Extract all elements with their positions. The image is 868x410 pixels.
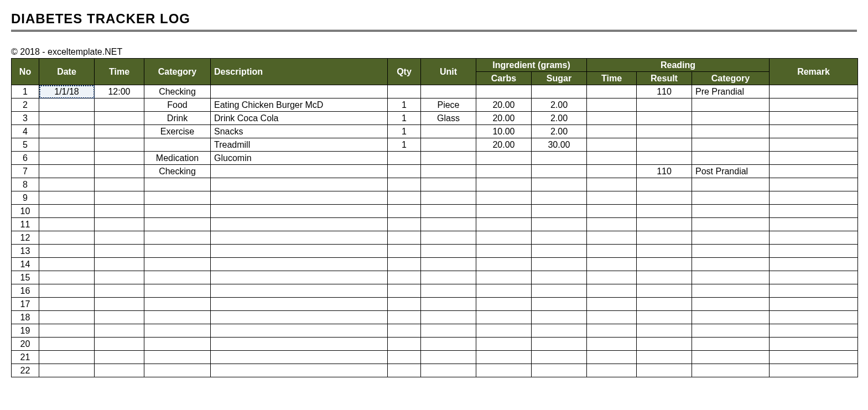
cell-sugar[interactable] — [532, 351, 587, 364]
cell-time[interactable] — [95, 284, 144, 298]
cell-remark[interactable] — [770, 364, 858, 377]
cell-qty[interactable] — [388, 191, 421, 205]
cell-remark[interactable] — [770, 125, 858, 138]
cell-remark[interactable] — [770, 165, 858, 178]
cell-remark[interactable] — [770, 85, 858, 98]
cell-remark[interactable] — [770, 324, 858, 338]
cell-remark[interactable] — [770, 152, 858, 165]
cell-no[interactable]: 5 — [12, 138, 39, 152]
cell-unit[interactable] — [421, 258, 476, 271]
cell-description[interactable] — [211, 258, 388, 271]
cell-sugar[interactable] — [532, 85, 587, 98]
cell-qty[interactable] — [388, 311, 421, 324]
cell-result[interactable] — [637, 298, 692, 311]
cell-rcategory[interactable]: Pre Prandial — [692, 85, 770, 98]
cell-rtime[interactable] — [587, 125, 637, 138]
cell-rtime[interactable] — [587, 245, 637, 258]
cell-carbs[interactable] — [476, 338, 532, 351]
cell-rcategory[interactable] — [692, 351, 770, 364]
cell-time[interactable] — [95, 351, 144, 364]
cell-result[interactable] — [637, 338, 692, 351]
cell-rcategory[interactable] — [692, 191, 770, 205]
cell-rcategory[interactable] — [692, 271, 770, 284]
cell-carbs[interactable] — [476, 245, 532, 258]
cell-qty[interactable] — [388, 298, 421, 311]
cell-date[interactable] — [39, 218, 95, 231]
cell-qty[interactable] — [388, 364, 421, 377]
cell-category[interactable] — [144, 324, 211, 338]
cell-result[interactable] — [637, 245, 692, 258]
cell-rtime[interactable] — [587, 338, 637, 351]
cell-rtime[interactable] — [587, 271, 637, 284]
cell-result[interactable] — [637, 98, 692, 112]
cell-time[interactable] — [95, 324, 144, 338]
cell-description[interactable] — [211, 218, 388, 231]
cell-result[interactable] — [637, 271, 692, 284]
cell-unit[interactable] — [421, 298, 476, 311]
cell-result[interactable]: 110 — [637, 85, 692, 98]
cell-category[interactable] — [144, 298, 211, 311]
cell-no[interactable]: 3 — [12, 112, 39, 125]
cell-no[interactable]: 11 — [12, 218, 39, 231]
cell-time[interactable] — [95, 205, 144, 218]
cell-remark[interactable] — [770, 178, 858, 191]
cell-category[interactable]: Checking — [144, 165, 211, 178]
cell-qty[interactable]: 1 — [388, 112, 421, 125]
cell-category[interactable]: Drink — [144, 112, 211, 125]
cell-rcategory[interactable] — [692, 205, 770, 218]
cell-description[interactable] — [211, 205, 388, 218]
cell-sugar[interactable] — [532, 364, 587, 377]
cell-unit[interactable] — [421, 364, 476, 377]
cell-description[interactable] — [211, 324, 388, 338]
cell-description[interactable]: Glucomin — [211, 152, 388, 165]
cell-unit[interactable] — [421, 231, 476, 245]
cell-rtime[interactable] — [587, 364, 637, 377]
cell-qty[interactable] — [388, 271, 421, 284]
cell-unit[interactable] — [421, 191, 476, 205]
cell-sugar[interactable] — [532, 298, 587, 311]
cell-category[interactable] — [144, 284, 211, 298]
cell-time[interactable] — [95, 138, 144, 152]
cell-no[interactable]: 16 — [12, 284, 39, 298]
cell-rtime[interactable] — [587, 98, 637, 112]
cell-date[interactable] — [39, 178, 95, 191]
cell-result[interactable] — [637, 364, 692, 377]
cell-date[interactable] — [39, 165, 95, 178]
cell-remark[interactable] — [770, 284, 858, 298]
cell-date[interactable]: 1/1/18 — [39, 85, 95, 98]
cell-result[interactable] — [637, 284, 692, 298]
cell-rtime[interactable] — [587, 311, 637, 324]
cell-category[interactable] — [144, 205, 211, 218]
cell-sugar[interactable]: 2.00 — [532, 112, 587, 125]
cell-no[interactable]: 20 — [12, 338, 39, 351]
cell-category[interactable] — [144, 271, 211, 284]
cell-time[interactable] — [95, 311, 144, 324]
cell-rtime[interactable] — [587, 178, 637, 191]
cell-sugar[interactable] — [532, 271, 587, 284]
cell-carbs[interactable] — [476, 284, 532, 298]
cell-carbs[interactable] — [476, 85, 532, 98]
cell-qty[interactable] — [388, 218, 421, 231]
cell-date[interactable] — [39, 338, 95, 351]
cell-qty[interactable] — [388, 258, 421, 271]
cell-rcategory[interactable] — [692, 311, 770, 324]
cell-time[interactable] — [95, 231, 144, 245]
cell-rtime[interactable] — [587, 85, 637, 98]
cell-rtime[interactable] — [587, 218, 637, 231]
cell-carbs[interactable]: 20.00 — [476, 98, 532, 112]
cell-unit[interactable] — [421, 205, 476, 218]
cell-time[interactable] — [95, 271, 144, 284]
cell-sugar[interactable] — [532, 178, 587, 191]
cell-rcategory[interactable] — [692, 231, 770, 245]
cell-sugar[interactable] — [532, 231, 587, 245]
cell-rcategory[interactable] — [692, 138, 770, 152]
cell-rcategory[interactable] — [692, 178, 770, 191]
cell-category[interactable]: Medication — [144, 152, 211, 165]
cell-description[interactable] — [211, 178, 388, 191]
cell-description[interactable] — [211, 338, 388, 351]
cell-rtime[interactable] — [587, 112, 637, 125]
cell-rtime[interactable] — [587, 152, 637, 165]
cell-no[interactable]: 13 — [12, 245, 39, 258]
cell-qty[interactable] — [388, 165, 421, 178]
cell-category[interactable] — [144, 311, 211, 324]
